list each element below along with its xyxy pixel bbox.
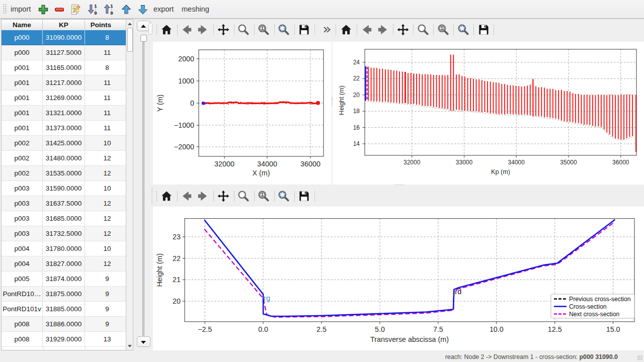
svg-text:Next cross-section: Next cross-section (569, 311, 619, 318)
svg-text:36000: 36000 (612, 159, 629, 166)
svg-text:Kp (m): Kp (m) (491, 168, 510, 175)
svg-text:2.5: 2.5 (316, 325, 327, 333)
svg-text:Cross-section: Cross-section (569, 303, 607, 310)
svg-text:2000: 2000 (178, 55, 194, 63)
svg-text:1000: 1000 (178, 77, 194, 85)
svg-text:32000: 32000 (214, 160, 234, 168)
svg-text:33000: 33000 (456, 159, 473, 166)
svg-text:−1000: −1000 (174, 121, 194, 129)
svg-text:−2.5: −2.5 (198, 325, 212, 333)
svg-text:0.0: 0.0 (258, 325, 268, 333)
svg-text:21: 21 (173, 276, 181, 284)
svg-text:rg: rg (264, 294, 270, 302)
svg-text:18: 18 (353, 108, 360, 115)
svg-text:1: 1 (94, 3, 97, 9)
svg-text:20: 20 (173, 297, 181, 305)
svg-text:7.5: 7.5 (433, 325, 443, 333)
svg-text:10.0: 10.0 (490, 325, 504, 333)
svg-text:1: 1 (261, 26, 264, 31)
svg-text:36000: 36000 (300, 160, 320, 168)
svg-text:5.0: 5.0 (375, 325, 385, 333)
svg-text:34000: 34000 (508, 159, 525, 166)
svg-text:Y (m): Y (m) (156, 95, 164, 112)
svg-text:X (m): X (m) (253, 169, 270, 177)
svg-text:1: 1 (261, 192, 264, 197)
svg-text:23: 23 (173, 233, 181, 241)
svg-text:9: 9 (94, 10, 97, 16)
svg-text:32000: 32000 (404, 159, 421, 166)
svg-text:12.5: 12.5 (548, 325, 562, 333)
svg-text:Height (m): Height (m) (156, 253, 164, 287)
svg-text:9: 9 (110, 10, 113, 16)
svg-text:22: 22 (353, 75, 360, 82)
svg-text:14: 14 (353, 140, 360, 147)
svg-text:1: 1 (441, 26, 443, 31)
svg-text:22: 22 (173, 254, 181, 262)
svg-text:1: 1 (110, 3, 113, 9)
svg-text:Previous cross-section: Previous cross-section (569, 296, 631, 303)
svg-text:34000: 34000 (257, 160, 277, 168)
svg-text:Transverse abscissa (m): Transverse abscissa (m) (370, 335, 449, 343)
svg-text:24: 24 (353, 59, 360, 66)
svg-text:−2000: −2000 (174, 143, 194, 151)
svg-text:16: 16 (353, 124, 360, 131)
svg-text:rd: rd (455, 288, 461, 296)
svg-text:0: 0 (190, 99, 194, 107)
svg-text:20: 20 (353, 92, 360, 99)
svg-text:Height (m): Height (m) (338, 85, 345, 115)
svg-text:15.0: 15.0 (606, 325, 620, 333)
svg-text:35000: 35000 (560, 159, 577, 166)
